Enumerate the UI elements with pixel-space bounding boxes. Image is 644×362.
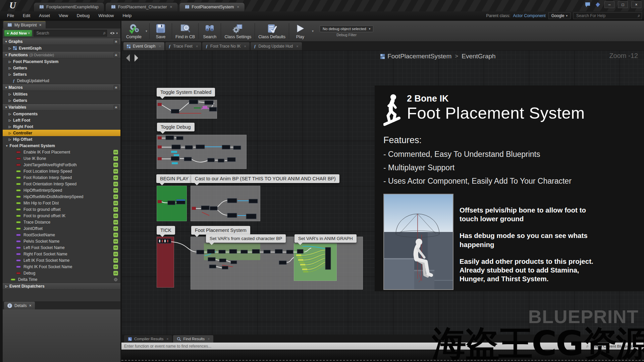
chevron-down-icon[interactable]: ▾ xyxy=(312,29,314,33)
comment-box-tick[interactable] xyxy=(157,237,174,288)
menu-item[interactable]: Help xyxy=(118,11,136,20)
class-settings-button[interactable]: Class Settings xyxy=(222,22,254,41)
variable-row[interactable]: Pelvis Socket Name xyxy=(3,238,120,244)
variable-row[interactable]: HipOffsetMinDistModInterpSpeed xyxy=(3,193,120,200)
variable-category-row[interactable]: ▷ Left Foot xyxy=(3,117,120,123)
variable-category-row[interactable]: ▷ Components xyxy=(3,111,120,117)
close-icon[interactable]: × xyxy=(170,5,172,9)
comment-box-cast-anim[interactable] xyxy=(191,186,260,221)
comment-header-toggle-system[interactable]: Toggle System Enabled xyxy=(157,88,215,97)
view-options-dropdown[interactable]: ▾ xyxy=(108,31,119,36)
visibility-eye-toggle[interactable] xyxy=(113,233,118,237)
comment-box-toggle-system[interactable] xyxy=(157,100,217,119)
close-icon[interactable]: × xyxy=(159,44,161,48)
comment-header-set-vars-casted[interactable]: Set VAR's from casted character BP xyxy=(206,234,286,243)
visibility-eye-toggle[interactable] xyxy=(113,239,118,244)
close-icon[interactable]: × xyxy=(167,337,169,341)
variable-row[interactable]: Foot to ground offset xyxy=(3,206,120,213)
menu-item[interactable]: View xyxy=(54,11,72,20)
tab-compiler-results[interactable]: Compiler Results × xyxy=(124,335,172,343)
close-icon[interactable]: × xyxy=(29,303,32,308)
comment-header-cast-anim[interactable]: Cast to our Anim BP (SET THIS TO YOUR AN… xyxy=(191,174,339,183)
close-icon[interactable]: × xyxy=(244,44,246,48)
visibility-eye-toggle[interactable] xyxy=(113,264,118,269)
visibility-eye-toggle[interactable] xyxy=(113,245,118,250)
find-in-cb-button[interactable]: Find in CB xyxy=(173,22,198,41)
compile-button[interactable]: Compile xyxy=(123,22,144,41)
variable-row[interactable]: RootSocketName xyxy=(3,232,120,238)
visibility-eye-toggle[interactable] xyxy=(113,194,118,199)
help-search-input[interactable] xyxy=(573,12,642,19)
asset-tab[interactable]: FootPlacementSystem × xyxy=(179,2,245,11)
search-engine-dropdown[interactable]: Google ▾ xyxy=(548,12,571,19)
tab-details[interactable]: i Details × xyxy=(4,302,35,309)
variable-row[interactable]: Left Foot Socket Name xyxy=(3,244,120,251)
variable-row[interactable]: Left IK Foot Socket Name xyxy=(3,257,120,263)
visibility-eye-toggle[interactable] xyxy=(113,175,118,180)
asset-tab[interactable]: FootPlacement_Character × xyxy=(105,2,178,11)
section-macros[interactable]: ▾ Macros + xyxy=(3,84,120,91)
variable-category-row[interactable]: ▷ Controller xyxy=(3,130,120,136)
variable-row[interactable]: Foot Location Interp Speed xyxy=(3,168,120,174)
event-graph-canvas[interactable]: FootPlacementSystem > EventGraph Zoom -1… xyxy=(121,50,644,335)
visibility-eye-toggle[interactable] xyxy=(113,271,118,276)
visibility-eye-toggle[interactable] xyxy=(113,226,118,231)
close-icon[interactable]: × xyxy=(237,5,239,9)
class-defaults-button[interactable]: Class Defaults xyxy=(256,22,288,41)
search-button[interactable]: Search xyxy=(199,22,220,41)
visibility-eye-toggle[interactable] xyxy=(113,188,118,193)
visibility-eye-toggle[interactable] xyxy=(113,156,118,161)
close-icon[interactable]: × xyxy=(296,44,298,48)
variable-row[interactable]: HipOffsetInterpSpeed xyxy=(3,187,120,193)
graph-tab[interactable]: ƒ Trace Feet × xyxy=(165,42,202,50)
comment-box-toggle-debug[interactable] xyxy=(157,135,247,169)
debug-object-dropdown[interactable]: No debug object selected ▾ xyxy=(320,25,373,32)
add-graph-button[interactable]: + xyxy=(114,39,118,44)
menu-item[interactable]: File xyxy=(3,11,18,20)
visibility-eye-toggle[interactable] xyxy=(113,252,118,256)
back-arrow-button[interactable] xyxy=(126,54,130,62)
comment-box-begin-play[interactable] xyxy=(157,186,187,221)
visibility-eye-toggle[interactable] xyxy=(113,220,118,225)
variable-row[interactable]: Foot Rotation Interp Speed xyxy=(3,174,120,181)
graph-tab[interactable]: ƒ Debug Update Hud × xyxy=(251,42,302,50)
graph-tab[interactable]: ƒ Foot Trace No IK × xyxy=(202,42,250,50)
visibility-eye-toggle[interactable] xyxy=(113,214,118,218)
variable-category-row[interactable]: ▷ Hip Offset xyxy=(3,136,120,142)
maximize-button[interactable]: □ xyxy=(618,1,628,8)
menu-item[interactable]: Window xyxy=(94,11,118,20)
tree-item-debugupdatehud[interactable]: ƒ DebugUpdateHud xyxy=(3,77,120,84)
tree-item-macro-group[interactable]: ▷ Getters xyxy=(3,97,120,104)
tree-item-function-group[interactable]: ▷ Getters xyxy=(3,65,120,71)
variable-row-delta-time[interactable]: Delta Time xyxy=(3,276,120,283)
close-icon[interactable]: × xyxy=(196,44,198,48)
comment-header-fps[interactable]: Foot Placement System xyxy=(191,226,250,235)
section-functions[interactable]: ▾ Functions (3 Overridable) + xyxy=(3,51,120,58)
save-button[interactable]: Save xyxy=(150,22,171,41)
visibility-eye-toggle[interactable] xyxy=(113,207,118,212)
variable-category-row[interactable]: ▷ Right Foot xyxy=(3,123,120,130)
comment-header-toggle-debug[interactable]: Toggle Debug xyxy=(157,123,195,131)
variable-row[interactable]: Use IK Bone xyxy=(3,155,120,162)
visibility-eye-toggle[interactable] xyxy=(113,201,118,205)
visibility-eye-toggle[interactable] xyxy=(113,163,118,167)
comment-box-fps[interactable] xyxy=(191,237,363,290)
close-button[interactable]: × xyxy=(631,1,641,8)
variable-row[interactable]: Right IK Foot Socket Name xyxy=(3,263,120,270)
comment-header-set-vars-anim[interactable]: Set VAR's in ANIM GRAPH xyxy=(294,234,357,243)
tree-item-eventgraph[interactable]: ▷ EventGraph xyxy=(3,45,120,51)
menu-item[interactable]: Edit xyxy=(18,11,35,20)
comment-header-begin-play[interactable]: BEGIN PLAY xyxy=(156,174,192,183)
feedback-bubble-icon[interactable] xyxy=(585,2,591,8)
variable-row[interactable]: Min Hip to Foot Dist xyxy=(3,200,120,206)
section-event-dispatchers[interactable]: ▷ Event Dispatchers xyxy=(3,283,120,290)
visibility-eye-toggle[interactable] xyxy=(113,150,118,155)
graph-tab[interactable]: ƒ Event Graph × xyxy=(123,42,164,50)
add-variable-button[interactable]: + xyxy=(114,105,118,110)
asset-tab[interactable]: FootplacementExampleMap × xyxy=(34,2,104,11)
marketplace-flag-icon[interactable] xyxy=(595,2,601,8)
comment-header-tick[interactable]: TICK xyxy=(157,226,175,235)
tree-item-function-group[interactable]: ▷ Setters xyxy=(3,71,120,77)
minimize-button[interactable]: – xyxy=(604,1,614,8)
add-new-button[interactable]: + Add New ▾ xyxy=(4,30,32,37)
